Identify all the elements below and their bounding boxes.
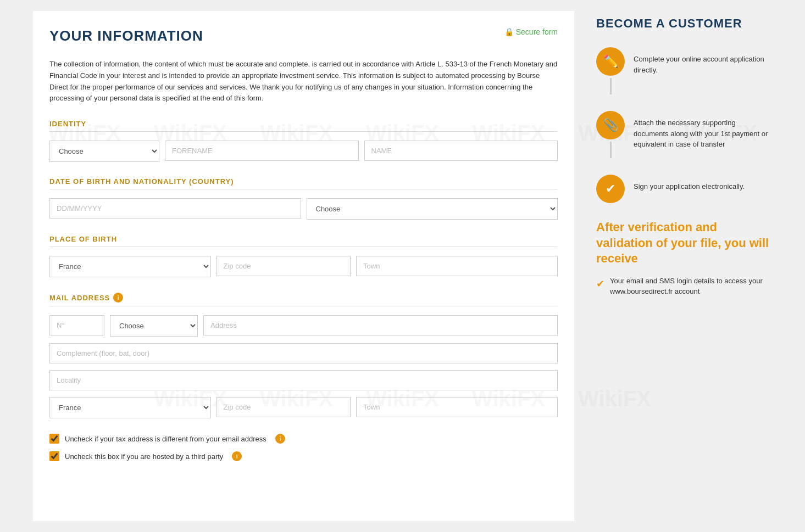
sidebar-title: BECOME A CUSTOMER [596, 16, 772, 31]
secure-badge: 🔒 Secure form [504, 27, 558, 36]
step-2-icon-wrap: 📎 [596, 111, 625, 158]
step-list: ✏️ Complete your online account applicat… [596, 47, 772, 203]
checkmark-icon: ✔ [596, 277, 604, 292]
tax-address-checkbox[interactable] [49, 434, 59, 444]
intro-text: The collection of information, the conte… [49, 59, 558, 104]
step-2-line [610, 142, 612, 158]
mail-address-section: MAIL ADDRESS i Choose [49, 293, 558, 418]
step-3: ✔ Sign your application electronically. [596, 175, 772, 203]
step-1-icon: ✏️ [596, 47, 625, 76]
receive-item: ✔ Your email and SMS login details to ac… [596, 276, 772, 297]
step-3-icon: ✔ [596, 175, 625, 203]
mail-address-label: MAIL ADDRESS [49, 294, 110, 302]
mail-n-input[interactable] [49, 315, 104, 335]
title-select[interactable]: Choose [49, 141, 159, 162]
identity-label: IDENTITY [49, 120, 558, 132]
place-of-birth-label: PLACE OF BIRTH [49, 235, 558, 247]
locality-input[interactable] [49, 370, 558, 390]
lock-icon: 🔒 [504, 27, 514, 36]
place-of-birth-section: PLACE OF BIRTH France [49, 235, 558, 277]
tax-address-label: Uncheck if your tax address is different… [65, 435, 267, 443]
receive-text: Your email and SMS login details to acce… [610, 276, 772, 297]
step-2-text: Attach the necessary supporting document… [634, 111, 772, 150]
main-form: YOUR INFORMATION 🔒 Secure form The colle… [33, 11, 574, 521]
mail-zip-input[interactable] [216, 397, 351, 417]
dob-label: DATE OF BIRTH AND NATIONALITY (COUNTRY) [49, 177, 558, 189]
birth-country-select[interactable]: France [49, 256, 211, 277]
mail-country-select[interactable]: France [49, 397, 211, 418]
complement-input[interactable] [49, 343, 558, 363]
forename-input[interactable] [165, 141, 359, 161]
mail-type-select[interactable]: Choose [110, 315, 198, 337]
step-2: 📎 Attach the necessary supporting docume… [596, 111, 772, 158]
step-1: ✏️ Complete your online account applicat… [596, 47, 772, 94]
hosted-checkbox[interactable] [49, 451, 59, 461]
step-1-text: Complete your online account application… [634, 47, 772, 75]
step-1-line [610, 78, 612, 94]
birth-zip-input[interactable] [216, 256, 351, 276]
mail-address-input[interactable] [203, 315, 558, 335]
step-3-text: Sign your application electronically. [634, 175, 745, 192]
tax-address-checkbox-row: Uncheck if your tax address is different… [49, 434, 558, 444]
step-3-icon-wrap: ✔ [596, 175, 625, 203]
nationality-select[interactable]: Choose [307, 198, 558, 220]
mail-address-info-icon[interactable]: i [113, 293, 123, 303]
step-2-icon: 📎 [596, 111, 625, 139]
sidebar: BECOME A CUSTOMER ✏️ Complete your onlin… [596, 11, 772, 521]
page-title: YOUR INFORMATION [49, 27, 203, 44]
mail-town-input[interactable] [356, 397, 558, 417]
identity-section: IDENTITY Choose [49, 120, 558, 162]
hosted-checkbox-row: Uncheck this box if you are hosted by a … [49, 451, 558, 461]
dob-input[interactable] [49, 198, 301, 219]
hosted-label: Uncheck this box if you are hosted by a … [65, 452, 223, 461]
hosted-info-icon[interactable]: i [232, 451, 242, 461]
step-1-icon-wrap: ✏️ [596, 47, 625, 94]
after-verification-text: After verification and validation of you… [596, 220, 772, 267]
tax-address-info-icon[interactable]: i [275, 434, 285, 444]
dob-section: DATE OF BIRTH AND NATIONALITY (COUNTRY) … [49, 177, 558, 220]
name-input[interactable] [364, 141, 558, 161]
birth-town-input[interactable] [356, 256, 558, 276]
